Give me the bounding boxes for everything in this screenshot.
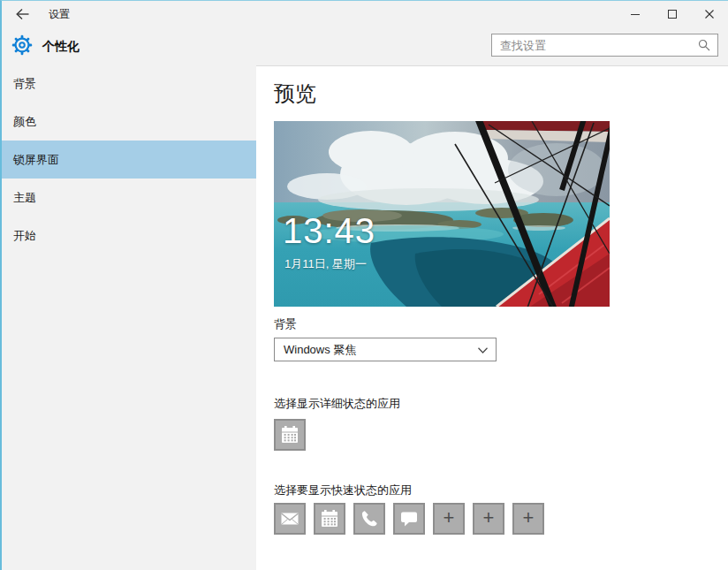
page-title: 个性化 — [42, 39, 80, 55]
quick-status-app-messaging[interactable] — [393, 503, 425, 535]
add-quick-status-button[interactable]: + — [512, 503, 544, 535]
sidebar-item-lockscreen[interactable]: 锁屏界面 — [2, 141, 256, 179]
calendar-icon — [319, 508, 340, 529]
sidebar-item-themes[interactable]: 主题 — [2, 179, 256, 217]
titlebar: 设置 — [2, 1, 728, 27]
minimize-icon — [631, 10, 640, 19]
phone-icon — [359, 508, 380, 529]
dropdown-selected-value: Windows 聚焦 — [275, 342, 356, 358]
quick-status-label: 选择要显示快速状态的应用 — [274, 483, 728, 498]
calendar-icon — [279, 424, 300, 445]
mail-icon — [279, 508, 300, 529]
add-quick-status-button[interactable]: + — [473, 503, 504, 535]
search-input[interactable] — [492, 39, 698, 52]
settings-window: 设置 — [0, 0, 728, 570]
chevron-down-icon — [478, 347, 488, 353]
gear-icon — [11, 34, 33, 56]
sidebar-item-colors[interactable]: 颜色 — [2, 103, 256, 141]
sidebar-item-label: 主题 — [13, 190, 36, 206]
sidebar-item-label: 锁屏界面 — [13, 152, 59, 168]
maximize-button[interactable] — [654, 1, 691, 27]
sidebar-item-label: 颜色 — [13, 114, 36, 130]
quick-status-app-calendar[interactable] — [314, 503, 345, 535]
back-button[interactable] — [7, 1, 37, 27]
preview-time: 13:43 — [283, 211, 375, 250]
add-quick-status-button[interactable]: + — [433, 503, 465, 535]
sidebar-item-background[interactable]: 背景 — [2, 65, 256, 103]
add-icon: + — [523, 508, 535, 528]
search-icon[interactable] — [698, 39, 710, 51]
caption-buttons — [617, 1, 728, 27]
quick-status-row: + + + — [274, 503, 728, 535]
lockscreen-preview-image: 13:43 1月11日, 星期一 — [274, 121, 610, 307]
background-dropdown[interactable]: Windows 聚焦 — [274, 338, 497, 361]
sidebar-item-label: 背景 — [13, 76, 36, 92]
quick-status-app-phone[interactable] — [353, 503, 385, 535]
back-arrow-icon — [15, 7, 30, 21]
sidebar-item-label: 开始 — [13, 228, 36, 244]
window-title: 设置 — [49, 1, 70, 27]
background-label: 背景 — [274, 317, 728, 331]
add-icon: + — [444, 508, 455, 528]
sidebar-nav: 背景 颜色 锁屏界面 主题 开始 — [2, 65, 256, 570]
preview-date: 1月11日, 星期一 — [284, 256, 367, 272]
quick-status-app-mail[interactable] — [274, 503, 306, 535]
maximize-icon — [668, 10, 677, 19]
detailed-status-row — [274, 419, 728, 451]
search-box[interactable] — [491, 34, 718, 57]
close-icon — [705, 10, 714, 19]
detailed-status-label: 选择显示详细状态的应用 — [274, 397, 728, 411]
detailed-status-app-button[interactable] — [274, 419, 306, 451]
add-icon: + — [483, 508, 495, 528]
sidebar-item-start[interactable]: 开始 — [2, 217, 256, 255]
main-content: 预览 — [256, 65, 728, 570]
close-button[interactable] — [691, 1, 728, 27]
page-heading: 预览 — [274, 80, 728, 107]
minimize-button[interactable] — [617, 1, 654, 27]
messaging-icon — [398, 508, 420, 529]
